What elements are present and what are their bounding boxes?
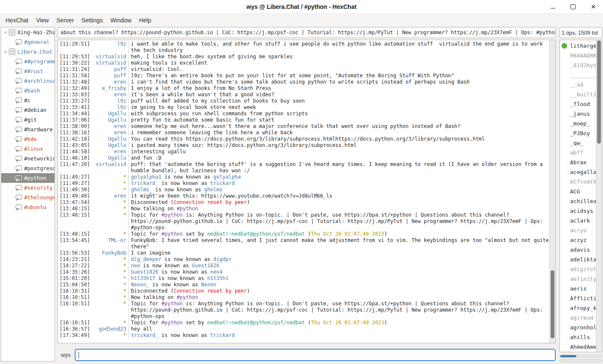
message-input[interactable] (75, 349, 556, 361)
userlist-item-ahills[interactable]: ahills (560, 332, 596, 342)
userlist-item-afflictio[interactable]: Afflictio (560, 293, 596, 303)
menu-server[interactable]: Server (53, 15, 78, 25)
topic-bar[interactable]: about this channel? https://pound-python… (57, 27, 556, 38)
link[interactable]: https://docs.python.org/3/library/subpro… (186, 136, 485, 142)
sidebar-item-kde[interactable]: #kde (1, 134, 54, 144)
userlist-item-acfromtx[interactable]: ACfromTX (560, 177, 596, 187)
link[interactable]: https://j.mp/psf-coc (247, 307, 308, 313)
sidebar-item-programming[interactable]: ##programming (1, 57, 54, 66)
sidebar-item-general[interactable]: #general (1, 37, 54, 47)
userlist-item-_pjboy[interactable]: _PJBoy (560, 128, 596, 138)
sidebar-item-linux[interactable]: #linux (1, 144, 54, 154)
userlist-item-abrax[interactable]: Abrax (560, 158, 596, 167)
userlist-hscrollbar-thumb[interactable] (560, 355, 576, 357)
sidebar-item-libera.chat[interactable]: ▽Libera.Chat (1, 47, 54, 57)
sidebar-item-networking[interactable]: #networking (1, 154, 54, 163)
userlist-item-_flood[interactable]: _flood (560, 99, 596, 109)
sidebar-item-label: Libera.Chat (17, 49, 52, 55)
userlist-item-acryo[interactable]: acryo (560, 225, 596, 235)
sidebar-item-postgresql[interactable]: #postgresql (1, 163, 54, 173)
sidebar-item-label: #debian (24, 107, 46, 113)
userlist-item-_8192byte[interactable]: _8192byte (560, 60, 596, 70)
userlist-item-__ad[interactable]: __ad (560, 80, 596, 90)
message-text: someone help me out here...wasn't there … (131, 123, 460, 129)
sidebar-item-security[interactable]: #security (1, 183, 54, 193)
message-text: Connection reset by peer (174, 288, 247, 294)
userlist-item-_________[interactable]: _________ (560, 70, 596, 80)
userlist-item-adeliktas[interactable]: adeliktas (560, 255, 596, 264)
userlist-item-acg[interactable]: ACG (560, 187, 596, 196)
sidebar-item-thelounge[interactable]: #thelounge (1, 193, 54, 202)
chat-line-meta: [11:33:41]l9z (60, 104, 129, 111)
userlist-item-068aadrkn[interactable]: 068AADRKN (560, 51, 596, 60)
menu-window[interactable]: Window (106, 15, 135, 25)
message-text: | CoC: (223, 218, 247, 224)
userlist-item-abff[interactable]: abff (560, 148, 596, 158)
expander-icon[interactable]: ▽ (2, 50, 9, 54)
sidebar-item-xing-hai-zhan[interactable]: ▽Xing-Hai-Zhan (1, 27, 54, 37)
userlist-item-adigitole[interactable]: adigitole (560, 264, 596, 274)
userlist-item-_janus[interactable]: _janus (560, 109, 596, 119)
link[interactable]: https://docs.python.org/3/library/subpro… (207, 142, 357, 148)
userlist-item-afropy_ke[interactable]: afropy_ke (560, 303, 596, 313)
userlist-scrollbar[interactable] (596, 40, 602, 352)
sidebar-item-rust[interactable]: ##rust (1, 66, 54, 76)
sidebar-item-ubuntu[interactable]: #ubuntu (1, 202, 54, 212)
message-text: | Tutorial: (308, 307, 348, 313)
sidebar-item-git[interactable]: #git (1, 115, 54, 125)
link[interactable]: https://www.youtube.com/watch?v=Jd8ulMb6… (201, 193, 332, 199)
close-icon[interactable]: × (589, 3, 597, 11)
user-list: litharge068AADRKN_8192byte___________ad_… (560, 40, 596, 352)
userlist-scrollbar-thumb[interactable] (597, 41, 601, 144)
userlist-item-ahmedamer[interactable]: AhmedAmer (560, 342, 596, 352)
userlist-item-aefinity[interactable]: aefinity (560, 274, 596, 284)
chat-scrollbar[interactable] (549, 40, 555, 343)
sidebar-item-c[interactable]: #c (1, 95, 54, 105)
link[interactable]: https://j.mp/23X7emF (460, 218, 522, 224)
link[interactable]: https://j.mp/PyTut (348, 218, 402, 224)
link[interactable]: https://bpa.st/+python (345, 212, 412, 218)
sidebar-item-debian[interactable]: #debian (1, 105, 54, 115)
chat-message: Topic for #python set by nedbat!~nedbat@… (129, 231, 549, 237)
maximize-icon[interactable] (569, 3, 577, 11)
userlist-item-acidsys[interactable]: acidsys (560, 206, 596, 216)
userlist-item-acegalla-[interactable]: acegalla- (560, 167, 596, 177)
expander-icon[interactable]: ▽ (2, 30, 9, 35)
userlist-item-achilleas[interactable]: achilleas (560, 196, 596, 206)
userlist-hscrollbar[interactable] (560, 355, 602, 358)
main-content: ▽Xing-Hai-Zhan#general▽Libera.Chat##prog… (0, 26, 603, 364)
userlist-item-__builtin[interactable]: __builtin (560, 90, 596, 99)
menu-help[interactable]: Help (135, 15, 155, 25)
userlist-item-adavis[interactable]: adavis (560, 245, 596, 255)
sidebar-item-bash[interactable]: #bash (1, 86, 54, 95)
userlist-item-aclark[interactable]: aclark (560, 216, 596, 225)
sidebar-item-archlinux[interactable]: #archlinux (1, 76, 54, 86)
user-nick: aefinity (570, 276, 596, 282)
userlist-item-aeris[interactable]: aeris (560, 284, 596, 293)
userlist-item-_qw_[interactable]: _qw_ (560, 138, 596, 148)
message-text: #python (161, 212, 183, 218)
link[interactable]: https://bpa.st/+python (345, 301, 412, 307)
right-column: 1 ops, 1509 tot litharge068AADRKN_8192by… (560, 27, 602, 364)
link[interactable]: https://j.mp/psf-coc (247, 218, 308, 224)
sidebar-item-python[interactable]: #python (1, 173, 54, 183)
userlist-item-agronholm[interactable]: agronholm (560, 323, 596, 332)
link[interactable]: https://pound-python.github.io (131, 218, 223, 224)
chat-message: i pasted many times soz: https://docs.py… (129, 142, 549, 149)
userlist-item-agireud[interactable]: agireud (560, 313, 596, 323)
userlist-item-aczyz[interactable]: aczyz (560, 235, 596, 245)
link[interactable]: https://j.mp/23X7emF (460, 307, 522, 313)
window-title: wys @ Libera.Chat / #python - HexChat (0, 3, 603, 10)
menu-hexchat[interactable]: HexChat (2, 15, 32, 25)
channel-icon (16, 185, 22, 190)
minimize-icon[interactable] (549, 3, 557, 11)
userlist-item-litharge[interactable]: litharge (560, 41, 596, 51)
userlist-item-_moep_[interactable]: _moep_ (560, 119, 596, 128)
link[interactable]: https://pound-python.github.io (131, 307, 223, 313)
chat-scrollbar-thumb[interactable] (551, 270, 554, 338)
menu-view[interactable]: View (32, 15, 52, 25)
menu-settings[interactable]: Settings (78, 15, 107, 25)
link[interactable]: https://j.mp/PyTut (348, 307, 402, 313)
chat-line-meta: [11:38:00]eren (60, 123, 129, 130)
sidebar-item-hardware[interactable]: #hardware (1, 125, 54, 134)
